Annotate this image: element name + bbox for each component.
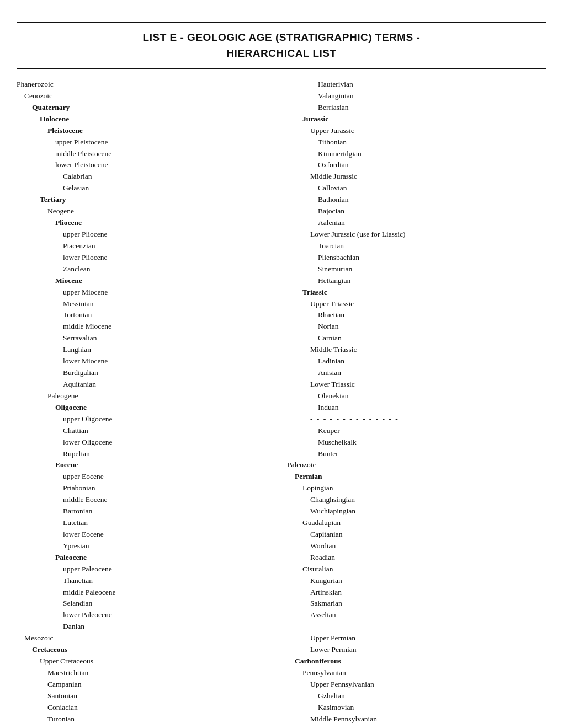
page-container: LIST E - GEOLOGIC AGE (STRATIGRAPHIC) TE… <box>17 22 546 728</box>
list-item: Norian <box>287 321 546 333</box>
list-item: Asselian <box>287 609 546 621</box>
list-item: middle Eocene <box>17 494 276 506</box>
list-item: lower Oligocene <box>17 437 276 448</box>
list-item: Cenomanian <box>17 725 276 728</box>
list-item: lower Miocene <box>17 356 276 367</box>
list-item: Permian <box>287 471 546 483</box>
list-item: Moscovian <box>287 725 546 728</box>
list-item: Santonian <box>17 690 276 702</box>
list-item: Olenekian <box>287 390 546 402</box>
list-item: Muschelkalk <box>287 437 546 448</box>
list-item: Wordian <box>287 540 546 552</box>
list-item: Aalenian <box>287 217 546 229</box>
list-item: Pleistocene <box>17 125 276 137</box>
list-item: Middle Pennsylvanian <box>287 714 546 725</box>
list-item: Quaternary <box>17 102 276 114</box>
page-title: LIST E - GEOLOGIC AGE (STRATIGRAPHIC) TE… <box>17 30 546 61</box>
list-item: lower Paleocene <box>17 609 276 621</box>
list-item: Middle Jurassic <box>287 171 546 183</box>
list-item: Mesozoic <box>17 633 276 644</box>
list-item: Selandian <box>17 598 276 609</box>
list-item: Ladinian <box>287 356 546 367</box>
title-section: LIST E - GEOLOGIC AGE (STRATIGRAPHIC) TE… <box>17 22 546 69</box>
list-item: Langhian <box>17 344 276 356</box>
list-item: upper Miocene <box>17 287 276 298</box>
list-item: middle Paleocene <box>17 587 276 598</box>
list-item: upper Pleistocene <box>17 137 276 148</box>
list-item: Upper Pennsylvanian <box>287 679 546 690</box>
list-item: Upper Triassic <box>287 298 546 310</box>
list-item: Lopingian <box>287 483 546 494</box>
list-item: Paleogene <box>17 390 276 402</box>
list-item: Changhsingian <box>287 494 546 506</box>
list-item: Pliocene <box>17 217 276 229</box>
list-item: Bunter <box>287 448 546 460</box>
list-item: Tithonian <box>287 137 546 148</box>
list-item: Serravalian <box>17 333 276 344</box>
list-item: middle Pleistocene <box>17 148 276 160</box>
list-item: Anisian <box>287 367 546 379</box>
list-item: Toarcian <box>287 240 546 252</box>
list-item: Cisuralian <box>287 564 546 575</box>
list-item: Bajocian <box>287 206 546 217</box>
list-item: Carboniferous <box>287 656 546 667</box>
list-item: Rupelian <box>17 448 276 460</box>
list-item: Bartonian <box>17 506 276 517</box>
list-item: Sinemurian <box>287 264 546 275</box>
list-item: upper Eocene <box>17 471 276 483</box>
list-item: Paleozoic <box>287 459 546 471</box>
list-item: Upper Permian <box>287 633 546 644</box>
list-item: - - - - - - - - - - - - - - <box>287 621 546 633</box>
list-item: Ypresian <box>17 540 276 552</box>
list-item: Pennsylvanian <box>287 667 546 679</box>
list-item: Chattian <box>17 425 276 437</box>
list-item: Cretaceous <box>17 644 276 656</box>
list-item: Lower Jurassic (use for Liassic) <box>287 229 546 240</box>
list-item: Burdigalian <box>17 367 276 379</box>
right-column: HauterivianValanginianBerriasianJurassic… <box>282 79 546 728</box>
list-item: Upper Jurassic <box>287 125 546 137</box>
list-item: Berriasian <box>287 102 546 114</box>
list-item: Tortonian <box>17 309 276 321</box>
list-item: Bathonian <box>287 194 546 206</box>
list-item: - - - - - - - - - - - - - - <box>287 414 546 425</box>
list-item: Jurassic <box>287 114 546 125</box>
list-item: Pliensbachian <box>287 252 546 264</box>
list-item: Piacenzian <box>17 240 276 252</box>
list-item: Cenozoic <box>17 90 276 102</box>
list-item: lower Eocene <box>17 529 276 540</box>
list-item: Eocene <box>17 459 276 471</box>
list-item: Phanerozoic <box>17 79 276 90</box>
list-item: Aquitanian <box>17 379 276 390</box>
list-item: Lower Triassic <box>287 379 546 390</box>
list-item: Upper Cretaceous <box>17 656 276 667</box>
list-item: Hettangian <box>287 275 546 287</box>
list-item: Sakmarian <box>287 598 546 609</box>
list-item: Kimmeridgian <box>287 148 546 160</box>
list-item: Coniacian <box>17 702 276 714</box>
list-item: Middle Triassic <box>287 344 546 356</box>
list-item: Turonian <box>17 714 276 725</box>
list-item: Tertiary <box>17 194 276 206</box>
list-item: Danian <box>17 621 276 633</box>
list-item: Miocene <box>17 275 276 287</box>
list-item: Lutetian <box>17 517 276 529</box>
list-item: Oligocene <box>17 402 276 414</box>
list-item: Roadian <box>287 552 546 564</box>
list-item: Callovian <box>287 183 546 194</box>
list-item: Artinskian <box>287 587 546 598</box>
list-item: middle Miocene <box>17 321 276 333</box>
list-item: Holocene <box>17 114 276 125</box>
list-item: Gzhelian <box>287 690 546 702</box>
list-item: Guadalupian <box>287 517 546 529</box>
list-item: Kungurian <box>287 575 546 587</box>
list-item: Calabrian <box>17 171 276 183</box>
list-item: Neogene <box>17 206 276 217</box>
list-item: Oxfordian <box>287 159 546 171</box>
list-item: Valanginian <box>287 90 546 102</box>
list-item: Wuchiapingian <box>287 506 546 517</box>
left-column: PhanerozoicCenozoicQuaternaryHolocenePle… <box>17 79 282 728</box>
list-item: Rhaetian <box>287 309 546 321</box>
list-item: Induan <box>287 402 546 414</box>
list-item: Campanian <box>17 679 276 690</box>
